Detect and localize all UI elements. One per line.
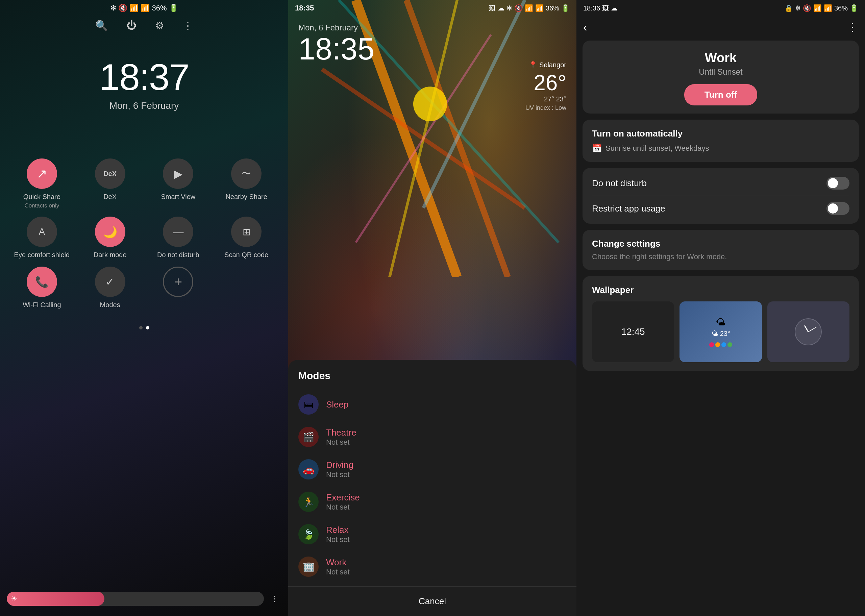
p1-status-bar: ✻ 🔇 📶 📶 36% 🔋 bbox=[0, 0, 288, 16]
mode-driving-item[interactable]: 🚗 Driving Not set bbox=[288, 453, 576, 486]
mode-sleep-item[interactable]: 🛏 Sleep bbox=[288, 388, 576, 421]
cancel-button[interactable]: Cancel bbox=[288, 586, 576, 616]
wifi-calling-label: Wi-Fi Calling bbox=[23, 300, 61, 309]
settings-button[interactable]: ⚙ bbox=[155, 20, 164, 31]
wifi-calling-icon-bg: 📞 bbox=[27, 267, 57, 297]
dark-mode-icon: 🌙 bbox=[103, 225, 117, 239]
dnd-label: Do not disturb bbox=[157, 250, 199, 259]
wifi-calling-tile[interactable]: 📞 Wi-Fi Calling bbox=[9, 267, 74, 309]
p3-status-right: 🔒 ✻ 🔇 📶 📶 36% 🔋 bbox=[785, 4, 858, 12]
p2-cloud-icon: ☁ bbox=[498, 4, 504, 12]
panel2-modes: 18:35 🖼 ☁ ✻ 🔇 📶 📶 36% 🔋 Mon, 6 February … bbox=[288, 0, 576, 616]
calendar-icon: 📅 bbox=[592, 144, 602, 153]
page-dots bbox=[0, 326, 288, 330]
work-mode-card: Work Until Sunset Turn off bbox=[582, 41, 859, 113]
add-tile[interactable]: + bbox=[146, 267, 211, 309]
dot-1 bbox=[139, 326, 143, 330]
p3-photo-icon: 🖼 bbox=[602, 5, 609, 12]
wallpaper-thumb-3[interactable] bbox=[767, 302, 849, 362]
p3-wifi-icon: 📶 bbox=[813, 4, 822, 12]
mode-work-item[interactable]: 🏢 Work Not set bbox=[288, 550, 576, 583]
panel1-lockscreen: ✻ 🔇 📶 📶 36% 🔋 🔍 ⏻ ⚙ ⋮ 18:37 Mon, 6 Febru… bbox=[0, 0, 288, 616]
wallpaper-section-title: Wallpaper bbox=[592, 285, 849, 295]
battery-icon: 🔋 bbox=[169, 4, 178, 13]
quick-share-icon-bg: ↗ bbox=[27, 159, 57, 189]
eye-comfort-tile[interactable]: A Eye comfort shield bbox=[9, 217, 74, 259]
analog-clock bbox=[795, 318, 822, 345]
scan-qr-label: Scan QR code bbox=[224, 250, 268, 259]
smart-view-tile[interactable]: ▶ Smart View bbox=[146, 159, 211, 209]
restrict-label: Restrict app usage bbox=[592, 203, 665, 214]
auto-section: Turn on automatically 📅 Sunrise until su… bbox=[582, 119, 859, 162]
p2-weather: 📍 Selangor 26° 27° 23° UV index : Low bbox=[526, 61, 566, 112]
modes-tile[interactable]: ✓ Modes bbox=[78, 267, 143, 309]
nearby-share-tile[interactable]: 〜 Nearby Share bbox=[214, 159, 279, 209]
relax-name: Relax bbox=[326, 525, 350, 535]
brightness-slider[interactable]: ☀ bbox=[7, 592, 264, 606]
modes-icon-bg: ✓ bbox=[95, 267, 126, 297]
wallpaper-weather-icon: 🌤 bbox=[716, 317, 725, 328]
theatre-icon: 🎬 bbox=[303, 432, 315, 443]
power-button[interactable]: ⏻ bbox=[126, 20, 137, 31]
dex-tile[interactable]: DeX DeX bbox=[78, 159, 143, 209]
exercise-icon: 🏃 bbox=[303, 497, 315, 508]
more-options-button[interactable]: ⋮ bbox=[847, 20, 858, 34]
p2-time: 18:35 bbox=[295, 4, 314, 13]
quick-share-label: Quick Share bbox=[23, 192, 60, 201]
eye-comfort-icon-bg: A bbox=[27, 217, 57, 247]
theatre-text: Theatre Not set bbox=[326, 427, 356, 447]
section-divider bbox=[592, 196, 849, 196]
p3-lock-icon: 🔒 bbox=[785, 4, 793, 12]
brightness-menu-button[interactable]: ⋮ bbox=[268, 594, 281, 603]
mode-exercise-item[interactable]: 🏃 Exercise Not set bbox=[288, 486, 576, 518]
dot-orange bbox=[715, 342, 720, 347]
p2-bt-icon: ✻ bbox=[507, 4, 512, 12]
add-icon: + bbox=[174, 274, 182, 289]
dnd-toggle[interactable] bbox=[826, 177, 849, 190]
dark-mode-icon-bg: 🌙 bbox=[95, 217, 126, 247]
p2-status-bar: 18:35 🖼 ☁ ✻ 🔇 📶 📶 36% 🔋 bbox=[288, 0, 576, 16]
sleep-name: Sleep bbox=[326, 399, 349, 410]
p3-battery-icon: 🔋 bbox=[850, 4, 858, 12]
p2-uv: UV index : Low bbox=[526, 104, 566, 112]
p3-signal-icon: 📶 bbox=[824, 4, 832, 12]
wallpaper-thumb-2[interactable]: 🌤 🌤 23° bbox=[680, 302, 761, 362]
turn-off-button[interactable]: Turn off bbox=[684, 84, 757, 105]
sun-icon: ☀ bbox=[11, 594, 17, 603]
p2-location: 📍 Selangor bbox=[526, 61, 566, 69]
restrict-toggle-knob bbox=[828, 203, 838, 214]
search-button[interactable]: 🔍 bbox=[95, 20, 108, 31]
quick-share-tile[interactable]: ↗ Quick Share Contacts only bbox=[9, 159, 74, 209]
more-button[interactable]: ⋮ bbox=[183, 20, 193, 31]
work-name: Work bbox=[326, 557, 350, 568]
change-settings-subtitle: Choose the right settings for Work mode. bbox=[592, 252, 849, 261]
dot-2 bbox=[146, 326, 149, 330]
lockscreen-date: Mon, 6 February bbox=[0, 101, 288, 111]
sleep-text: Sleep bbox=[326, 399, 349, 410]
mode-relax-item[interactable]: 🍃 Relax Not set bbox=[288, 518, 576, 550]
theatre-name: Theatre bbox=[326, 427, 356, 438]
driving-text: Driving Not set bbox=[326, 460, 353, 479]
change-settings-title: Change settings bbox=[592, 239, 849, 249]
wallpaper-thumb-1[interactable]: 12:45 bbox=[592, 302, 674, 362]
scan-qr-tile[interactable]: ⊞ Scan QR code bbox=[214, 217, 279, 259]
p2-temp-high: 27° bbox=[544, 95, 554, 103]
bluetooth-icon: ✻ bbox=[110, 4, 116, 13]
dark-mode-label: Dark mode bbox=[94, 250, 127, 259]
modes-icon: ✓ bbox=[105, 275, 115, 288]
theatre-icon-bg: 🎬 bbox=[298, 427, 319, 447]
back-button[interactable]: ‹ bbox=[583, 20, 587, 34]
smart-view-icon-bg: ▶ bbox=[163, 159, 193, 189]
modes-sheet: Modes 🛏 Sleep 🎬 Theatre Not set 🚗 Dr bbox=[288, 360, 576, 616]
dnd-toggle-row: Do not disturb bbox=[592, 177, 849, 190]
smart-view-label: Smart View bbox=[161, 192, 195, 201]
sleep-icon-bg: 🛏 bbox=[298, 394, 319, 415]
p2-temp-range: 27° 23° bbox=[526, 95, 566, 103]
mode-theatre-item[interactable]: 🎬 Theatre Not set bbox=[288, 421, 576, 453]
restrict-toggle[interactable] bbox=[826, 202, 849, 215]
quick-settings-grid: ↗ Quick Share Contacts only DeX DeX ▶ Sm… bbox=[0, 138, 288, 316]
dark-mode-tile[interactable]: 🌙 Dark mode bbox=[78, 217, 143, 259]
dex-icon: DeX bbox=[104, 170, 116, 178]
dnd-tile[interactable]: — Do not disturb bbox=[146, 217, 211, 259]
driving-name: Driving bbox=[326, 460, 353, 470]
